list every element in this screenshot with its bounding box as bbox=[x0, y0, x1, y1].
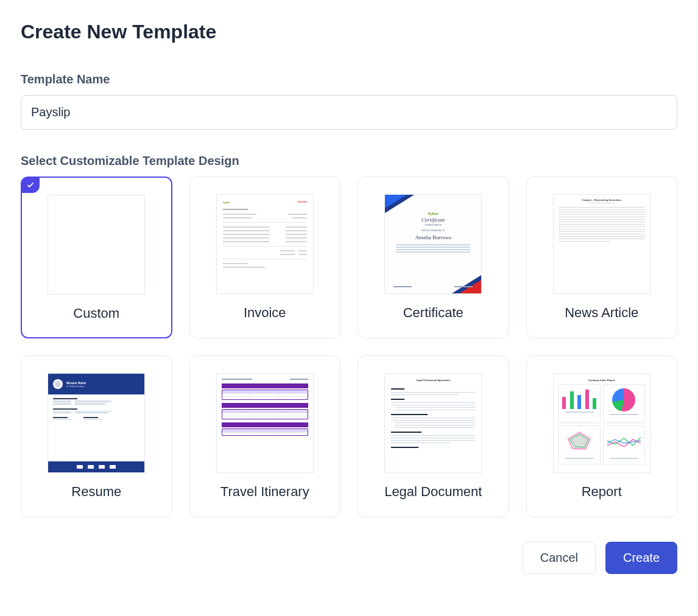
template-design-label: Select Customizable Template Design bbox=[21, 154, 677, 168]
check-icon bbox=[26, 181, 35, 189]
template-card-resume[interactable]: Bruce Kent Sr. Product Developer bbox=[21, 355, 172, 517]
template-label: News Article bbox=[565, 305, 638, 321]
template-card-legal-document[interactable]: Legal Contractual Agreement Legal Docume… bbox=[358, 355, 509, 517]
template-card-custom[interactable]: Custom bbox=[21, 177, 172, 338]
template-thumbnail-legal: Legal Contractual Agreement bbox=[384, 373, 482, 473]
template-card-certificate[interactable]: Zylker Certificate OF PARTICIPATION PROU… bbox=[358, 177, 509, 338]
template-label: Invoice bbox=[244, 305, 286, 321]
thumb-cert-presented: PROUDLY PRESENTED TO bbox=[385, 229, 481, 232]
template-label: Travel Itinerary bbox=[220, 484, 309, 500]
thumb-report-title: Company Index Report bbox=[559, 379, 645, 382]
template-label: Resume bbox=[71, 484, 121, 500]
page-title: Create New Template bbox=[21, 21, 677, 43]
template-card-report[interactable]: Company Index Report bbox=[526, 355, 678, 517]
create-button[interactable]: Create bbox=[605, 542, 677, 574]
selected-badge bbox=[21, 177, 40, 193]
template-card-news-article[interactable]: Catalyst – Reinventing Serverless News A… bbox=[526, 177, 678, 338]
template-label: Custom bbox=[73, 306, 119, 321]
thumb-cert-title: Certificate bbox=[385, 217, 481, 223]
template-label: Report bbox=[582, 484, 622, 500]
cancel-button[interactable]: Cancel bbox=[523, 542, 596, 574]
thumb-cert-logo: Zylker bbox=[385, 212, 481, 215]
template-design-grid: Custom Zylker INVOICE Invoice bbox=[21, 177, 677, 517]
thumb-invoice-badge: INVOICE bbox=[298, 201, 306, 204]
template-card-invoice[interactable]: Zylker INVOICE Invoice bbox=[189, 177, 341, 338]
template-thumbnail-invoice: Zylker INVOICE bbox=[216, 194, 314, 294]
template-name-label: Template Name bbox=[21, 72, 677, 86]
thumb-resume-name: Bruce Kent bbox=[66, 381, 86, 385]
template-label: Legal Document bbox=[384, 484, 482, 500]
thumb-resume-role: Sr. Product Developer bbox=[66, 385, 86, 388]
dialog-actions: Cancel Create bbox=[21, 542, 677, 574]
template-card-travel-itinerary[interactable]: Travel Itinerary bbox=[189, 355, 341, 517]
thumb-news-title: Catalyst – Reinventing Serverless bbox=[559, 198, 645, 201]
template-thumbnail-report: Company Index Report bbox=[553, 373, 650, 473]
thumb-invoice-logo: Zylker bbox=[223, 201, 230, 204]
thumb-legal-title: Legal Contractual Agreement bbox=[391, 379, 475, 382]
template-label: Certificate bbox=[403, 305, 464, 321]
template-name-input[interactable] bbox=[21, 95, 677, 130]
template-thumbnail-custom bbox=[48, 195, 145, 295]
template-thumbnail-certificate: Zylker Certificate OF PARTICIPATION PROU… bbox=[384, 194, 482, 294]
template-thumbnail-resume: Bruce Kent Sr. Product Developer bbox=[48, 373, 145, 473]
template-thumbnail-news: Catalyst – Reinventing Serverless bbox=[553, 194, 650, 294]
thumb-cert-name: Amelia Burrows bbox=[385, 234, 481, 240]
template-thumbnail-itinerary bbox=[216, 373, 314, 473]
thumb-cert-sub: OF PARTICIPATION bbox=[385, 224, 481, 226]
